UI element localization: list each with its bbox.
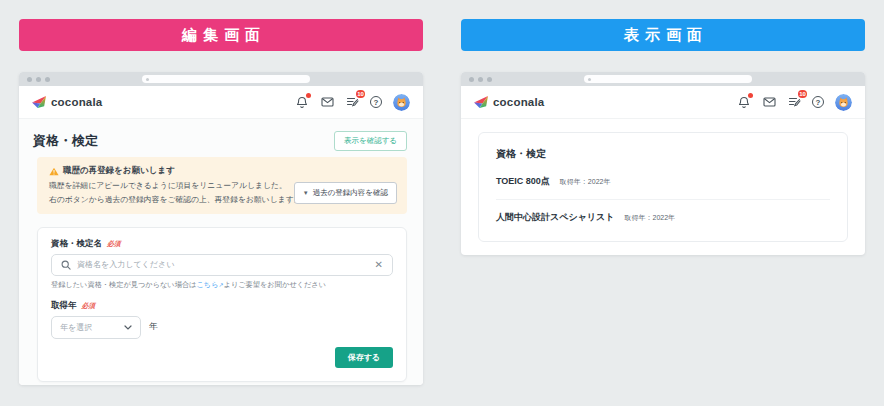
item-divider	[496, 199, 830, 200]
view-panel: 表示画面 coconala	[461, 19, 865, 385]
browser-chrome-bar	[461, 72, 865, 86]
card-title: 資格・検定	[496, 147, 830, 161]
view-browser-window: coconala	[461, 72, 865, 255]
acquired-year-label: 取得年	[51, 300, 77, 312]
edit-page-content: 資格・検定 表示を確認する 職歴の再登録をお願いします 職歴を詳細にアピールでき…	[19, 119, 423, 385]
coconala-logo-mark	[32, 96, 47, 109]
request-link[interactable]: こちら	[196, 280, 218, 289]
header-icon-group: 10	[295, 94, 410, 111]
notification-dot	[306, 93, 311, 98]
help-icon[interactable]	[812, 96, 824, 108]
certification-display-card: 資格・検定 TOEIC 800点 取得年：2022年 人間中心設計スペシャリスト…	[478, 132, 848, 242]
alert-title-row: 職歴の再登録をお願いします	[49, 165, 395, 177]
page-title: 資格・検定	[33, 132, 98, 150]
certification-item: TOEIC 800点 取得年：2022年	[496, 175, 830, 188]
clear-input-icon[interactable]: ✕	[375, 260, 383, 270]
reregistration-alert: 職歴の再登録をお願いします 職歴を詳細にアピールできるように項目をリニューアルし…	[37, 157, 407, 214]
transaction-list-icon[interactable]: 10	[345, 95, 359, 109]
favicon-dot	[588, 78, 591, 81]
comparison-canvas: 編集画面	[0, 0, 884, 385]
help-icon[interactable]	[370, 96, 382, 108]
required-badge: 必須	[107, 239, 121, 249]
save-button[interactable]: 保存する	[335, 347, 393, 368]
user-avatar[interactable]	[393, 94, 410, 111]
coconala-logo[interactable]: coconala	[32, 96, 102, 109]
helper-before: 登録したい資格・検定が見つからない場合は	[51, 280, 196, 289]
window-control-dot[interactable]	[469, 77, 474, 82]
window-control-dot[interactable]	[487, 77, 492, 82]
window-control-dot[interactable]	[36, 77, 41, 82]
edit-panel: 編集画面	[19, 19, 423, 385]
edit-banner-label: 編集画面	[19, 19, 423, 51]
message-mail-icon[interactable]	[320, 95, 334, 109]
view-banner-label: 表示画面	[461, 19, 865, 51]
helper-after: よりご要望をお聞かせください	[224, 280, 326, 289]
certification-name-label-row: 資格・検定名 必須	[51, 238, 393, 250]
past-registration-button[interactable]: ▼ 過去の登録内容を確認	[294, 182, 397, 204]
certification-item: 人間中心設計スペシャリスト 取得年：2022年	[496, 211, 830, 224]
notification-bell-icon[interactable]	[295, 95, 309, 109]
chevron-down-icon	[124, 325, 132, 330]
coconala-logo-mark	[474, 96, 489, 109]
window-control-dot[interactable]	[478, 77, 483, 82]
year-select-placeholder: 年を選択	[60, 322, 92, 333]
view-page-content: 資格・検定 TOEIC 800点 取得年：2022年 人間中心設計スペシャリスト…	[461, 119, 865, 242]
favicon-dot	[146, 78, 149, 81]
transaction-count-badge: 10	[356, 90, 365, 98]
edit-browser-window: coconala	[19, 72, 423, 385]
certification-form-card: 資格・検定名 必須 ✕ 登録したい資格・検定が見つからない場合はこちら↗よりご要…	[37, 227, 407, 382]
year-unit-text: 年	[149, 321, 158, 333]
year-select-row: 年を選択 年	[51, 316, 393, 339]
transaction-list-icon[interactable]: 10	[787, 95, 801, 109]
certification-year: 取得年：2022年	[624, 213, 675, 223]
address-bar[interactable]	[142, 75, 310, 83]
coconala-logo[interactable]: coconala	[474, 96, 544, 109]
chevron-down-icon: ▼	[303, 190, 309, 196]
transaction-count-badge: 10	[798, 90, 807, 98]
check-display-button[interactable]: 表示を確認する	[334, 131, 407, 151]
message-mail-icon[interactable]	[762, 95, 776, 109]
page-title-row: 資格・検定 表示を確認する	[19, 119, 423, 151]
certification-name: 人間中心設計スペシャリスト	[496, 211, 614, 224]
past-registration-button-label: 過去の登録内容を確認	[313, 188, 388, 198]
coconala-wordmark: coconala	[493, 96, 544, 108]
window-control-dot[interactable]	[27, 77, 32, 82]
app-header: coconala	[19, 86, 423, 119]
header-icon-group: 10	[737, 94, 852, 111]
acquired-year-label-row: 取得年 必須	[51, 300, 393, 312]
certification-name: TOEIC 800点	[496, 175, 550, 188]
required-badge: 必須	[82, 301, 96, 311]
alert-line-2-text: 右のボタンから過去の登録内容をご確認の上、再登録をお願いします。	[49, 195, 301, 204]
window-control-dot[interactable]	[45, 77, 50, 82]
address-bar[interactable]	[584, 75, 752, 83]
notification-bell-icon[interactable]	[737, 95, 751, 109]
warning-icon	[49, 167, 59, 176]
year-select-dropdown[interactable]: 年を選択	[51, 316, 141, 339]
alert-title: 職歴の再登録をお願いします	[63, 165, 175, 177]
coconala-wordmark: coconala	[51, 96, 102, 108]
search-icon	[61, 260, 71, 270]
certification-year: 取得年：2022年	[560, 177, 611, 187]
certification-search-input[interactable]	[77, 260, 369, 269]
certification-search-box: ✕	[51, 254, 393, 276]
user-avatar[interactable]	[835, 94, 852, 111]
search-helper-text: 登録したい資格・検定が見つからない場合はこちら↗よりご要望をお聞かせください	[51, 280, 393, 290]
app-header: coconala	[461, 86, 865, 119]
certification-name-label: 資格・検定名	[51, 238, 102, 250]
browser-chrome-bar	[19, 72, 423, 86]
save-button-row: 保存する	[51, 346, 393, 368]
notification-dot	[748, 93, 753, 98]
